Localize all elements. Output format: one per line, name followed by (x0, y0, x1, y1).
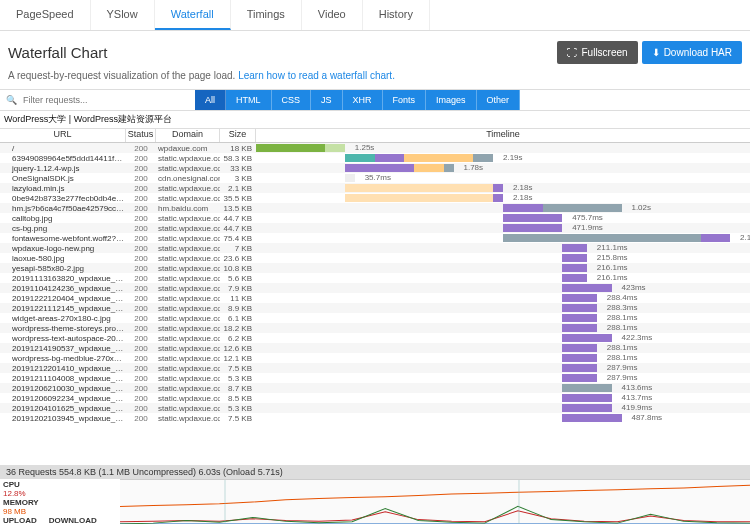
table-row[interactable]: wordpress-bg-medblue-270x1…200static.wpd… (0, 353, 750, 363)
cell-url: yesapi-585x80-2.jpg (0, 264, 126, 273)
table-row[interactable]: /200wpdaxue.com18 KB1.25s (0, 143, 750, 153)
filter-tab-fonts[interactable]: Fonts (383, 90, 427, 110)
download-har-button[interactable]: ⬇ Download HAR (642, 41, 742, 64)
table-row[interactable]: 20191202103945_wpdaxue_co…200static.wpda… (0, 413, 750, 423)
cell-domain: static.wpdaxue.com (156, 374, 220, 383)
table-row[interactable]: 20191104124236_wpdaxue_co…200static.wpda… (0, 283, 750, 293)
cell-status: 200 (126, 394, 156, 403)
cell-domain: static.wpdaxue.com (156, 354, 220, 363)
cell-size: 44.7 KB (220, 214, 256, 223)
col-url[interactable]: URL (0, 129, 126, 142)
table-row[interactable]: lazyload.min.js200static.wpdaxue.com2.1 … (0, 183, 750, 193)
table-row[interactable]: calltobg.jpg200static.wpdaxue.com44.7 KB… (0, 213, 750, 223)
cell-domain: static.wpdaxue.com (156, 404, 220, 413)
cell-url: 20191206092234_wpdaxue_co… (0, 394, 126, 403)
cell-status: 200 (126, 414, 156, 423)
page-title: Waterfall Chart (8, 44, 557, 61)
fullscreen-button[interactable]: ⛶ Fullscreen (557, 41, 637, 64)
cell-url: wordpress-bg-medblue-270x1… (0, 354, 126, 363)
filter-input[interactable] (17, 90, 195, 110)
cell-domain: hm.baidu.com (156, 204, 220, 213)
cell-timeline: 211.1ms (256, 243, 750, 253)
cell-timeline: 287.9ms (256, 373, 750, 383)
filter-tab-html[interactable]: HTML (226, 90, 272, 110)
col-size[interactable]: Size (220, 129, 256, 142)
cell-size: 7.5 KB (220, 414, 256, 423)
table-row[interactable]: wordpress-theme-storeys.pro…200static.wp… (0, 323, 750, 333)
table-row[interactable]: 20191206210030_wpdaxue_co…200static.wpda… (0, 383, 750, 393)
cell-timeline: 288.1ms (256, 353, 750, 363)
grid-rows: /200wpdaxue.com18 KB1.25s63949089964e5f5… (0, 143, 750, 465)
cell-domain: static.wpdaxue.com (156, 154, 220, 163)
filter-tab-js[interactable]: JS (311, 90, 343, 110)
cell-timeline: 2.15s (256, 233, 750, 243)
table-row[interactable]: 0be942b8733e277fecb0db4ea…200static.wpda… (0, 193, 750, 203)
table-row[interactable]: yesapi-585x80-2.jpg200static.wpdaxue.com… (0, 263, 750, 273)
table-row[interactable]: 20191214190537_wpdaxue_co…200static.wpda… (0, 343, 750, 353)
cell-size: 6.1 KB (220, 314, 256, 323)
col-status[interactable]: Status (126, 129, 156, 142)
tab-history[interactable]: History (363, 0, 430, 30)
filter-tab-css[interactable]: CSS (272, 90, 312, 110)
table-row[interactable]: wpdaxue-logo-new.png200static.wpdaxue.co… (0, 243, 750, 253)
table-row[interactable]: 20191204101625_wpdaxue_co…200static.wpda… (0, 403, 750, 413)
summary-row: 36 Requests 554.8 KB (1.1 MB Uncompresse… (0, 465, 750, 479)
table-row[interactable]: 20191113163820_wpdaxue_co…200static.wpda… (0, 273, 750, 283)
cell-size: 3 KB (220, 174, 256, 183)
cell-status: 200 (126, 144, 156, 153)
tab-waterfall[interactable]: Waterfall (155, 0, 231, 30)
tab-yslow[interactable]: YSlow (91, 0, 155, 30)
cell-timeline: 475.7ms (256, 213, 750, 223)
table-row[interactable]: fontawesome-webfont.woff2?…200static.wpd… (0, 233, 750, 243)
cell-status: 200 (126, 214, 156, 223)
table-row[interactable]: 20191211104008_wpdaxue_co…200static.wpda… (0, 373, 750, 383)
table-row[interactable]: 20191212201410_wpdaxue_co…200static.wpda… (0, 363, 750, 373)
cell-size: 5.3 KB (220, 404, 256, 413)
filter-tab-images[interactable]: Images (426, 90, 477, 110)
cell-timeline: 287.9ms (256, 363, 750, 373)
cell-url: 20191104124236_wpdaxue_co… (0, 284, 126, 293)
cell-size: 8.9 KB (220, 304, 256, 313)
cell-domain: static.wpdaxue.com (156, 214, 220, 223)
tab-timings[interactable]: Timings (231, 0, 302, 30)
table-row[interactable]: widget-areas-270x180-c.jpg200static.wpda… (0, 313, 750, 323)
cell-size: 12.1 KB (220, 354, 256, 363)
tab-pagespeed[interactable]: PageSpeed (0, 0, 91, 30)
table-row[interactable]: laoxue-580.jpg200static.wpdaxue.com23.6 … (0, 253, 750, 263)
cell-timeline: 413.7ms (256, 393, 750, 403)
table-row[interactable]: cs-bg.png200static.wpdaxue.com44.7 KB471… (0, 223, 750, 233)
cell-size: 7 KB (220, 244, 256, 253)
table-row[interactable]: 63949089964e5f5ddd14411f8fa5…200static.w… (0, 153, 750, 163)
cell-status: 200 (126, 154, 156, 163)
table-row[interactable]: hm.js?b6ca4c7f50ae42579ccb…200hm.baidu.c… (0, 203, 750, 213)
cell-status: 200 (126, 174, 156, 183)
cell-domain: wpdaxue.com (156, 144, 220, 153)
cell-domain: static.wpdaxue.com (156, 394, 220, 403)
cell-size: 6.2 KB (220, 334, 256, 343)
tab-video[interactable]: Video (302, 0, 363, 30)
cell-url: wpdaxue-logo-new.png (0, 244, 126, 253)
table-row[interactable]: jquery-1.12.4-wp.js200static.wpdaxue.com… (0, 163, 750, 173)
filter-tab-other[interactable]: Other (477, 90, 521, 110)
col-domain[interactable]: Domain (156, 129, 220, 142)
cell-size: 2.1 KB (220, 184, 256, 193)
subtitle: A request-by-request visualization of th… (0, 68, 750, 89)
table-row[interactable]: OneSignalSDK.js200cdn.onesignal.com3 KB3… (0, 173, 750, 183)
cell-status: 200 (126, 284, 156, 293)
cell-size: 13.5 KB (220, 204, 256, 213)
col-timeline[interactable]: Timeline (256, 129, 750, 142)
cell-domain: static.wpdaxue.com (156, 324, 220, 333)
cell-status: 200 (126, 314, 156, 323)
learn-link[interactable]: Learn how to read a waterfall chart. (238, 70, 395, 81)
filter-tab-all[interactable]: All (195, 90, 226, 110)
table-row[interactable]: 20191222120404_wpdaxue_co…200static.wpda… (0, 293, 750, 303)
cell-status: 200 (126, 354, 156, 363)
cell-url: / (0, 144, 126, 153)
filter-tab-xhr[interactable]: XHR (343, 90, 383, 110)
table-row[interactable]: 20191221112145_wpdaxue_co…200static.wpda… (0, 303, 750, 313)
cell-size: 18.2 KB (220, 324, 256, 333)
cell-url: 20191206210030_wpdaxue_co… (0, 384, 126, 393)
table-row[interactable]: 20191206092234_wpdaxue_co…200static.wpda… (0, 393, 750, 403)
cell-size: 12.6 KB (220, 344, 256, 353)
table-row[interactable]: wordpress-text-autospace-20…200static.wp… (0, 333, 750, 343)
